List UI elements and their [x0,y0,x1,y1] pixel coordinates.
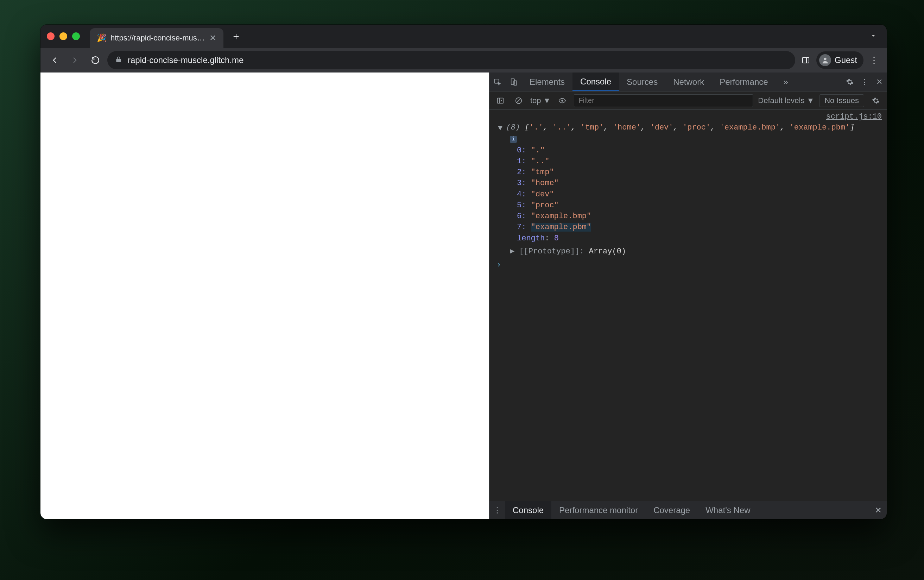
devtools-settings-icon[interactable] [842,72,857,91]
array-length-row: length: 8 [517,233,887,244]
forward-button[interactable] [66,52,84,69]
device-toggle-icon[interactable] [506,72,522,91]
levels-label: Default levels [758,96,804,105]
drawer-tab-whatsnew[interactable]: What's New [698,501,758,519]
console-filter [574,94,753,107]
tab-elements[interactable]: Elements [522,72,572,91]
back-button[interactable] [46,52,63,69]
address-bar[interactable]: rapid-concise-muscle.glitch.me [107,51,795,69]
new-tab-button[interactable]: ＋ [229,28,244,44]
prototype-row[interactable]: ▶ [[Prototype]]: Array(0) [490,246,887,257]
inspect-element-icon[interactable] [490,72,506,91]
array-count: (8) [506,123,520,132]
array-entry[interactable]: 6: "example.bmp" [517,211,887,222]
window-close-button[interactable] [47,32,54,40]
console-settings-icon[interactable] [869,94,883,107]
reload-button[interactable] [87,52,104,69]
chrome-menu-icon[interactable]: ⋮ [867,53,881,67]
browser-toolbar: rapid-concise-muscle.glitch.me Guest ⋮ [41,48,887,72]
source-link[interactable]: script.js:10 [490,110,887,122]
issues-button[interactable]: No Issues [819,94,864,107]
tab-title: https://rapid-concise-muscle.g… [110,33,205,43]
profile-button[interactable]: Guest [816,51,863,69]
filter-input[interactable] [574,94,753,107]
svg-point-2 [824,58,826,60]
array-entry[interactable]: 0: "." [517,145,887,156]
tab-favicon: 🎉 [97,33,106,43]
array-preview: ['.', '..', 'tmp', 'home', 'dev', 'proc'… [524,123,854,132]
clear-console-icon[interactable] [512,94,525,107]
svg-rect-6 [498,98,503,103]
window-maximize-button[interactable] [72,32,80,40]
window-minimize-button[interactable] [59,32,67,40]
tab-network[interactable]: Network [665,72,712,91]
collapse-triangle-icon[interactable]: ▶ [510,247,515,256]
browser-tab[interactable]: 🎉 https://rapid-concise-muscle.g… ✕ [90,28,224,48]
prototype-label: [[Prototype]] [519,247,580,256]
console-sidebar-toggle-icon[interactable] [494,94,507,107]
drawer-menu-icon[interactable]: ⋮ [490,501,505,519]
chevron-down-icon: ▼ [806,96,814,105]
prototype-value: Array(0) [589,247,626,256]
array-entries: 0: "."1: ".."2: "tmp"3: "home"4: "dev"5:… [490,144,887,246]
execution-context-selector[interactable]: top ▼ [530,96,551,105]
devtools-close-icon[interactable]: ✕ [872,72,887,91]
drawer-close-icon[interactable]: ✕ [870,501,887,519]
console-prompt[interactable]: › [490,257,887,271]
console-toolbar: top ▼ Default levels ▼ No Issues [490,92,887,110]
tab-sources[interactable]: Sources [619,72,665,91]
tab-strip: 🎉 https://rapid-concise-muscle.g… ✕ ＋ [41,25,887,48]
content-row: Elements Console Sources Network Perform… [41,72,887,519]
profile-label: Guest [835,55,857,65]
tabs-dropdown-icon[interactable] [866,31,880,41]
drawer-tab-coverage[interactable]: Coverage [646,501,698,519]
side-panel-icon[interactable] [799,53,813,67]
tab-more[interactable]: » [776,72,796,91]
array-entry[interactable]: 1: ".." [517,156,887,167]
chevron-down-icon: ▼ [543,96,551,105]
array-summary-row[interactable]: ▼ (8) ['.', '..', 'tmp', 'home', 'dev', … [490,122,887,133]
log-levels-selector[interactable]: Default levels ▼ [758,96,814,105]
devtools-panel: Elements Console Sources Network Perform… [489,72,887,519]
tab-performance[interactable]: Performance [712,72,776,91]
tab-close-icon[interactable]: ✕ [209,33,216,43]
expand-triangle-icon[interactable]: ▼ [498,123,503,134]
chrome-window: 🎉 https://rapid-concise-muscle.g… ✕ ＋ ra… [41,25,887,519]
array-entry[interactable]: 3: "home" [517,178,887,189]
svg-line-9 [517,99,521,102]
console-output[interactable]: script.js:10 ▼ (8) ['.', '..', 'tmp', 'h… [490,110,887,501]
drawer-tab-perfmon[interactable]: Performance monitor [551,501,646,519]
info-badge-icon[interactable]: i [510,136,517,143]
array-entry[interactable]: 4: "dev" [517,189,887,200]
page-viewport[interactable] [41,72,489,519]
url-text: rapid-concise-muscle.glitch.me [128,55,243,65]
devtools-menu-icon[interactable]: ⋮ [857,72,872,91]
tab-console[interactable]: Console [572,72,619,91]
array-entry[interactable]: 7: "example.pbm" [517,222,887,232]
svg-point-10 [562,100,564,102]
array-entry[interactable]: 2: "tmp" [517,167,887,178]
lock-icon [115,56,122,65]
avatar-icon [819,54,831,66]
drawer-tab-console[interactable]: Console [505,501,551,519]
window-controls [47,32,80,40]
devtools-drawer: ⋮ Console Performance monitor Coverage W… [490,501,887,519]
array-entry[interactable]: 5: "proc" [517,200,887,211]
svg-rect-0 [802,58,809,63]
context-label: top [530,96,541,105]
live-expression-icon[interactable] [556,94,569,107]
devtools-tabbar: Elements Console Sources Network Perform… [490,72,887,92]
